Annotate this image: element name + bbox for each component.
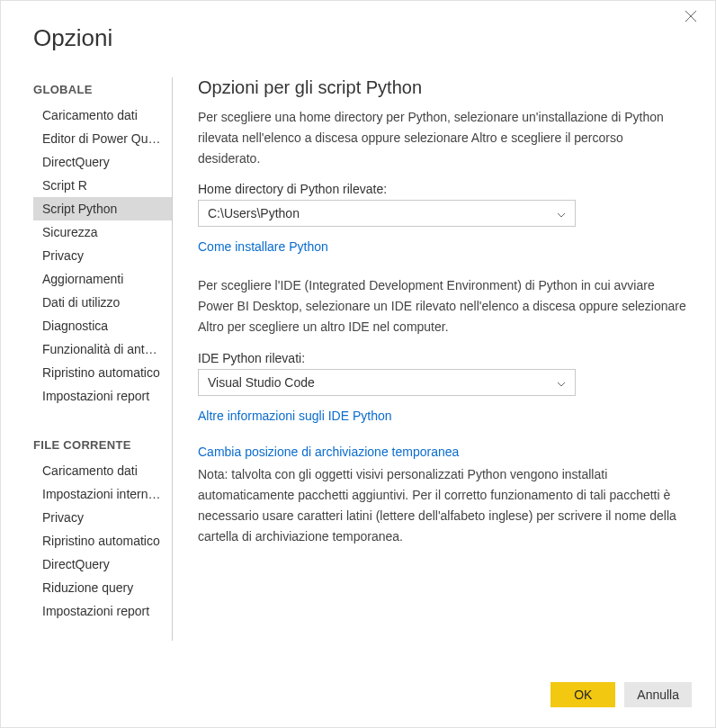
sidebar-item-file-impostazioni-report[interactable]: Impostazioni report (33, 599, 172, 623)
home-dir-combo[interactable]: C:\Users\Python (198, 200, 576, 227)
ok-button[interactable]: OK (550, 682, 615, 707)
sidebar-item-impostazioni-report[interactable]: Impostazioni report (33, 384, 172, 408)
sidebar-item-script-r[interactable]: Script R (33, 174, 172, 197)
install-python-link[interactable]: Come installare Python (198, 239, 328, 254)
sidebar-item-file-impostazioni-intl[interactable]: Impostazioni internazionali (33, 482, 172, 506)
sidebar-item-dati-utilizzo[interactable]: Dati di utilizzo (33, 291, 172, 314)
sidebar-item-file-privacy[interactable]: Privacy (33, 506, 172, 529)
home-dir-value: C:\Users\Python (208, 206, 300, 220)
sidebar-item-file-ripristino[interactable]: Ripristino automatico (33, 529, 172, 553)
sidebar: GLOBALE Caricamento dati Editor di Power… (33, 77, 173, 641)
temp-storage-link[interactable]: Cambia posizione di archiviazione tempor… (198, 445, 459, 459)
sidebar-item-privacy[interactable]: Privacy (33, 244, 172, 267)
close-button[interactable] (685, 10, 703, 28)
ide-intro-text: Per scegliere l'IDE (Integrated Developm… (198, 275, 688, 337)
ide-combo[interactable]: Visual Studio Code (198, 369, 576, 396)
dialog-footer: OK Annulla (550, 682, 692, 707)
intro-text: Per scegliere una home directory per Pyt… (198, 107, 688, 169)
dialog-title: Opzioni (1, 1, 715, 52)
sidebar-item-file-directquery[interactable]: DirectQuery (33, 553, 172, 576)
sidebar-item-editor-power-query[interactable]: Editor di Power Query (33, 127, 172, 150)
sidebar-item-aggiornamenti[interactable]: Aggiornamenti (33, 267, 172, 291)
sidebar-header-file: FILE CORRENTE (33, 433, 172, 459)
ide-info-link[interactable]: Altre informazioni sugli IDE Python (198, 409, 392, 423)
close-icon (685, 10, 697, 22)
chevron-down-icon (557, 206, 566, 220)
home-dir-label: Home directory di Python rilevate: (198, 182, 688, 196)
sidebar-item-sicurezza[interactable]: Sicurezza (33, 220, 172, 244)
sidebar-item-script-python[interactable]: Script Python (33, 197, 172, 220)
sidebar-item-ripristino-automatico[interactable]: Ripristino automatico (33, 361, 172, 384)
main-panel: Opzioni per gli script Python Per scegli… (173, 77, 715, 641)
ide-label: IDE Python rilevati: (198, 351, 688, 365)
sidebar-item-caricamento-dati[interactable]: Caricamento dati (33, 103, 172, 127)
sidebar-item-file-riduzione-query[interactable]: Riduzione query (33, 576, 172, 599)
note-text: Nota: talvolta con gli oggetti visivi pe… (198, 464, 688, 547)
sidebar-item-directquery[interactable]: DirectQuery (33, 150, 172, 174)
main-title: Opzioni per gli script Python (198, 77, 688, 98)
ide-value: Visual Studio Code (208, 375, 315, 390)
sidebar-item-diagnostica[interactable]: Diagnostica (33, 314, 172, 337)
sidebar-item-file-caricamento-dati[interactable]: Caricamento dati (33, 459, 172, 482)
chevron-down-icon (557, 375, 566, 390)
sidebar-header-global: GLOBALE (33, 77, 172, 103)
sidebar-item-funzionalita-anteprima[interactable]: Funzionalità di anteprima (33, 337, 172, 361)
cancel-button[interactable]: Annulla (624, 682, 692, 707)
